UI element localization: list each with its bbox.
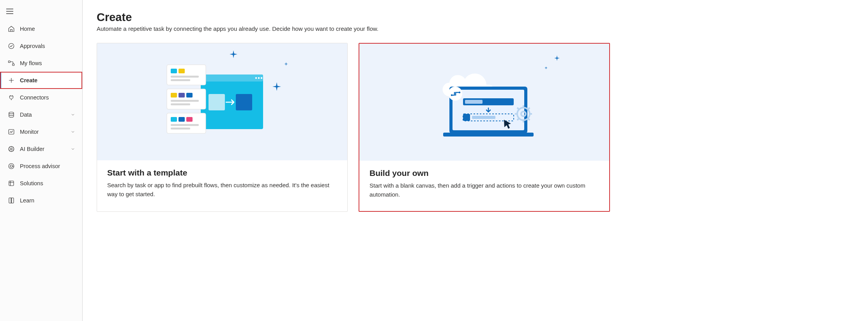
svg-point-14 <box>261 77 262 79</box>
svg-point-6 <box>11 148 12 150</box>
svg-rect-17 <box>167 65 206 85</box>
connectors-icon <box>7 94 15 101</box>
sidebar-item-label: Solutions <box>20 180 76 186</box>
chevron-down-icon <box>71 112 76 117</box>
svg-rect-24 <box>179 93 185 98</box>
sidebar-item-approvals[interactable]: Approvals <box>0 37 82 55</box>
approvals-icon <box>7 42 15 50</box>
svg-point-13 <box>258 77 260 79</box>
sidebar: Home Approvals My flows Create <box>0 0 83 321</box>
svg-rect-36 <box>443 133 534 137</box>
my-flows-icon <box>7 59 15 67</box>
card-title: Start with a template <box>107 168 337 177</box>
svg-rect-25 <box>186 93 193 98</box>
app-shell: Home Approvals My flows Create <box>0 0 868 321</box>
monitor-icon <box>7 128 15 136</box>
svg-rect-33 <box>171 128 190 129</box>
sidebar-item-label: Monitor <box>20 129 66 135</box>
svg-rect-16 <box>236 94 252 110</box>
card-hero-illustration <box>97 43 347 160</box>
svg-rect-29 <box>171 117 177 122</box>
svg-point-45 <box>451 94 453 96</box>
chevron-down-icon <box>71 129 76 135</box>
svg-rect-30 <box>179 117 185 122</box>
svg-rect-22 <box>167 89 206 109</box>
svg-point-8 <box>10 165 12 167</box>
sidebar-item-ai-builder[interactable]: AI Builder <box>0 140 82 158</box>
learn-icon <box>7 197 15 204</box>
hamburger-button[interactable] <box>0 5 82 19</box>
card-title: Build your own <box>369 168 599 178</box>
sidebar-item-label: Process advisor <box>20 163 76 169</box>
card-description: Search by task or app to find prebuilt f… <box>107 181 337 199</box>
sidebar-item-my-flows[interactable]: My flows <box>0 55 82 72</box>
sidebar-item-learn[interactable]: Learn <box>0 192 82 209</box>
svg-rect-28 <box>167 113 206 133</box>
svg-point-3 <box>9 112 14 114</box>
card-start-with-template[interactable]: Start with a template Search by task or … <box>97 43 348 212</box>
svg-rect-21 <box>171 79 190 81</box>
sidebar-item-label: Create <box>20 77 76 83</box>
svg-rect-1 <box>9 61 11 63</box>
svg-rect-31 <box>186 117 193 122</box>
data-icon <box>7 111 15 119</box>
sidebar-item-data[interactable]: Data <box>0 106 82 123</box>
card-build-your-own[interactable]: Build your own Start with a blank canvas… <box>359 43 610 212</box>
svg-rect-27 <box>171 103 190 105</box>
sidebar-nav: Home Approvals My flows Create <box>0 20 82 209</box>
template-illustration-icon <box>164 61 281 143</box>
svg-rect-26 <box>171 100 199 102</box>
sidebar-item-connectors[interactable]: Connectors <box>0 89 82 106</box>
svg-rect-19 <box>179 69 185 73</box>
svg-point-46 <box>458 92 460 94</box>
svg-point-12 <box>255 77 257 79</box>
svg-rect-32 <box>171 124 199 126</box>
sidebar-item-label: Approvals <box>20 43 76 49</box>
svg-rect-20 <box>171 76 199 78</box>
page-title: Create <box>97 11 854 24</box>
sidebar-item-label: My flows <box>20 60 76 66</box>
main-content: Create Automate a repetitive task by con… <box>83 0 868 321</box>
sidebar-item-label: Connectors <box>20 94 76 101</box>
sidebar-item-process-advisor[interactable]: Process advisor <box>0 158 82 175</box>
sidebar-item-label: AI Builder <box>20 146 66 152</box>
svg-rect-11 <box>201 74 263 82</box>
sidebar-item-label: Data <box>20 112 66 118</box>
svg-rect-18 <box>171 69 177 73</box>
svg-rect-23 <box>171 93 177 98</box>
sidebar-item-solutions[interactable]: Solutions <box>0 175 82 192</box>
card-hero-illustration <box>359 44 609 161</box>
solutions-icon <box>7 179 15 187</box>
sidebar-item-monitor[interactable]: Monitor <box>0 123 82 140</box>
chevron-down-icon <box>71 146 76 152</box>
page-subtitle: Automate a repetitive task by connecting… <box>97 25 854 32</box>
build-own-illustration-icon <box>426 63 543 141</box>
svg-rect-15 <box>209 94 225 110</box>
sidebar-item-create[interactable]: Create <box>0 72 82 89</box>
plus-icon <box>7 76 15 84</box>
card-description: Start with a blank canvas, then add a tr… <box>369 181 599 199</box>
svg-rect-41 <box>472 116 495 119</box>
ai-builder-icon <box>7 145 15 153</box>
create-option-cards: Start with a template Search by task or … <box>97 43 854 212</box>
sidebar-item-home[interactable]: Home <box>0 20 82 37</box>
sidebar-item-label: Learn <box>20 197 76 204</box>
svg-rect-38 <box>465 100 483 104</box>
svg-rect-9 <box>9 181 14 186</box>
process-advisor-icon <box>7 162 15 170</box>
svg-rect-40 <box>463 114 470 121</box>
svg-rect-2 <box>12 64 14 66</box>
sidebar-item-label: Home <box>20 26 76 32</box>
home-icon <box>7 25 15 33</box>
